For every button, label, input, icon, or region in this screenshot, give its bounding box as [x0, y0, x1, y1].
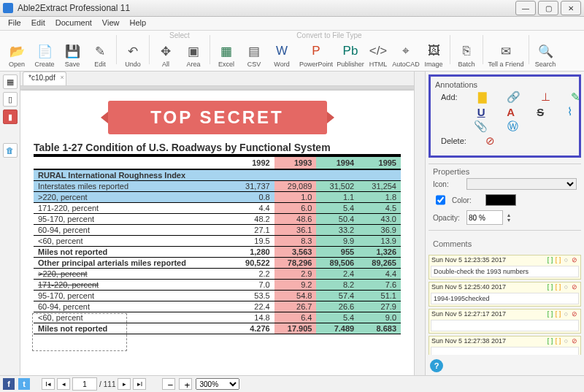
csv-button[interactable]: ▤CSV: [240, 32, 268, 69]
comments-list: Sun Nov 5 12:23:35 2017[ ][ ]○⊘Double-ch…: [429, 255, 581, 355]
close-button[interactable]: ✕: [561, 1, 581, 15]
zoom-select[interactable]: 300%: [196, 378, 239, 390]
delete-comment-icon[interactable]: ⊘: [570, 337, 578, 345]
select-area-button[interactable]: ▣Area: [180, 32, 207, 69]
twitter-icon[interactable]: t: [18, 378, 30, 390]
single-page-button[interactable]: ▯: [3, 92, 18, 107]
edit-button[interactable]: ✎Edit: [86, 32, 114, 69]
comment-item[interactable]: Sun Nov 5 12:27:38 2017[ ][ ]○⊘: [429, 336, 581, 355]
document-tab[interactable]: *c10.pdf ×: [23, 72, 66, 85]
circle-icon[interactable]: ○: [562, 310, 570, 318]
tell-friend-button[interactable]: ✉Tell a Friend: [485, 32, 526, 69]
stamp-icon[interactable]: ⊥: [541, 91, 550, 103]
attachment-icon[interactable]: 📎: [474, 120, 487, 132]
comment-item[interactable]: Sun Nov 5 12:25:40 2017[ ][ ]○⊘1994-1995…: [429, 282, 581, 307]
tab-close-icon[interactable]: ×: [60, 74, 64, 81]
comment-body[interactable]: [431, 347, 579, 355]
delete-annotation-icon[interactable]: ⊘: [483, 135, 496, 147]
minimize-button[interactable]: —: [515, 1, 536, 15]
last-page-button[interactable]: ▸I: [133, 378, 146, 390]
stepper-icon[interactable]: ▴▾: [507, 212, 510, 223]
comment-body[interactable]: [431, 320, 579, 331]
next-page-button[interactable]: ▸: [118, 378, 131, 390]
bracket-green-icon[interactable]: [ ]: [546, 283, 554, 291]
prev-page-button[interactable]: ◂: [57, 378, 70, 390]
menu-file[interactable]: File: [3, 17, 26, 30]
powerpoint-button[interactable]: PPowerPoint: [296, 32, 337, 69]
batch-button[interactable]: ⎘Batch: [453, 32, 480, 69]
sticky-note-icon[interactable]: ▇: [478, 91, 487, 103]
color-swatch[interactable]: [485, 194, 516, 206]
comments-title: Comments: [433, 239, 577, 248]
comment-body[interactable]: Double-check the 1993 numbers: [431, 266, 579, 277]
search-button[interactable]: 🔍Search: [531, 32, 559, 69]
excel-button[interactable]: ▦Excel: [212, 32, 240, 69]
zoom-out-button[interactable]: −: [162, 378, 175, 390]
table-row: 60-94, percent27.136.133.236.9: [34, 225, 401, 236]
help-icon[interactable]: ?: [430, 359, 443, 372]
autocad-button[interactable]: ⌖AutoCAD: [392, 32, 420, 69]
word-button[interactable]: WWord: [268, 32, 296, 69]
bracket-orange-icon[interactable]: [ ]: [554, 310, 562, 318]
circle-icon[interactable]: ○: [562, 256, 570, 264]
properties-title: Properties: [433, 167, 577, 176]
document-viewport[interactable]: TOP SECRET Table 1-27 Condition of U.S. …: [20, 86, 414, 375]
highlighter-icon[interactable]: ✎: [571, 91, 580, 103]
bracket-green-icon[interactable]: [ ]: [546, 337, 554, 345]
strikethrough-icon[interactable]: S: [536, 106, 545, 118]
thumbnails-button[interactable]: ▦: [3, 74, 18, 89]
bracket-green-icon[interactable]: [ ]: [546, 310, 554, 318]
menu-document[interactable]: Document: [50, 17, 97, 30]
publisher-button[interactable]: PbPublisher: [337, 32, 364, 69]
circle-icon[interactable]: ○: [562, 337, 570, 345]
comment-timestamp: Sun Nov 5 12:25:40 2017: [431, 283, 544, 291]
circle-icon[interactable]: ○: [562, 283, 570, 291]
color-checkbox[interactable]: [436, 194, 445, 206]
delete-comment-icon[interactable]: ⊘: [570, 283, 578, 291]
link-icon[interactable]: 🔗: [507, 91, 520, 103]
maximize-button[interactable]: ▢: [538, 1, 558, 15]
opacity-input[interactable]: [466, 210, 503, 225]
icon-select[interactable]: [466, 178, 577, 190]
menu-view[interactable]: View: [97, 17, 125, 30]
image-button[interactable]: 🖼Image: [420, 32, 447, 69]
page-input[interactable]: [72, 377, 97, 391]
save-button[interactable]: 💾Save: [58, 32, 86, 69]
delete-page-button[interactable]: 🗑: [3, 143, 18, 158]
toolbar: 📂Open 📄Create 💾Save ✎Edit ↶Undo Select ✥…: [0, 31, 584, 72]
facebook-icon[interactable]: f: [3, 378, 15, 390]
bracket-orange-icon[interactable]: [ ]: [554, 337, 562, 345]
top-secret-stamp[interactable]: TOP SECRET: [108, 101, 327, 134]
comment-item[interactable]: Sun Nov 5 12:27:17 2017[ ][ ]○⊘: [429, 309, 581, 334]
bracket-orange-icon[interactable]: [ ]: [554, 283, 562, 291]
annotation-mode-button[interactable]: ▮: [3, 109, 18, 124]
word-icon: W: [274, 43, 290, 59]
comment-item[interactable]: Sun Nov 5 12:23:35 2017[ ][ ]○⊘Double-ch…: [429, 255, 581, 280]
selection-marquee[interactable]: [32, 313, 127, 351]
menu-edit[interactable]: Edit: [26, 17, 50, 30]
watermark-icon[interactable]: Ⓦ: [507, 120, 518, 132]
vertical-scrollbar[interactable]: [414, 72, 425, 375]
first-page-button[interactable]: I◂: [42, 378, 55, 390]
squiggly-icon[interactable]: A: [506, 106, 515, 118]
comment-body[interactable]: 1994-1995checked: [431, 293, 579, 304]
open-button[interactable]: 📂Open: [3, 32, 31, 69]
marquee-icon: ▣: [185, 43, 201, 59]
batch-icon: ⎘: [458, 43, 474, 59]
bracket-green-icon[interactable]: [ ]: [546, 256, 554, 264]
zoom-in-button[interactable]: +: [179, 378, 192, 390]
table-row: Miles not reported1,2803,5639551,326: [34, 247, 401, 258]
menu-help[interactable]: Help: [125, 17, 152, 30]
caret-icon[interactable]: ⌇: [565, 106, 575, 118]
underline-icon[interactable]: U: [477, 106, 486, 118]
delete-comment-icon[interactable]: ⊘: [570, 256, 578, 264]
select-all-button[interactable]: ✥All: [152, 32, 180, 69]
window-title: Able2Extract Professional 11: [18, 3, 130, 13]
new-file-icon: 📄: [36, 43, 53, 59]
undo-button[interactable]: ↶Undo: [119, 32, 147, 69]
bracket-orange-icon[interactable]: [ ]: [554, 256, 562, 264]
html-button[interactable]: </>HTML: [364, 32, 392, 69]
delete-comment-icon[interactable]: ⊘: [570, 310, 578, 318]
delete-label: Delete:: [441, 137, 463, 145]
create-button[interactable]: 📄Create: [31, 32, 58, 69]
